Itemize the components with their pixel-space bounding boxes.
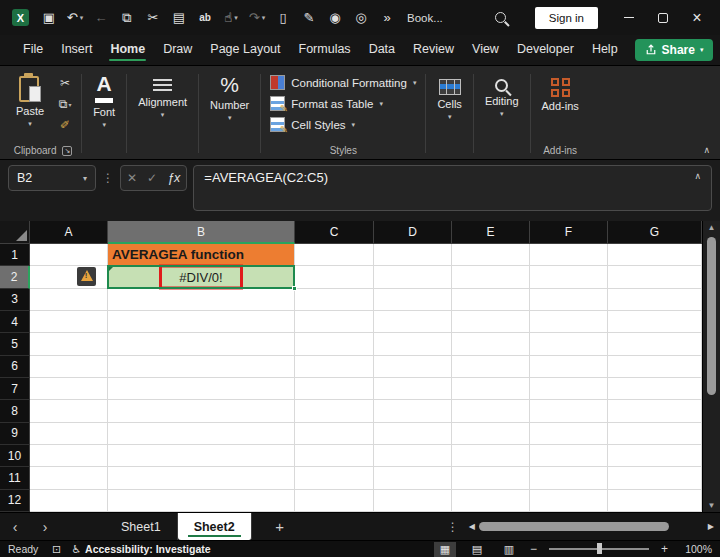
cell-F3[interactable] — [530, 289, 608, 311]
cell-G11[interactable] — [608, 467, 702, 489]
cell-E10[interactable] — [452, 445, 530, 467]
cell-E5[interactable] — [452, 333, 530, 355]
cell-D9[interactable] — [374, 423, 452, 445]
find-replace-icon[interactable]: ab — [193, 6, 217, 30]
conditional-formatting-button[interactable]: Conditional Formatting▾ — [266, 73, 420, 92]
horizontal-scroll-track[interactable] — [479, 521, 704, 533]
tab-view[interactable]: View — [463, 37, 508, 63]
cell-C6[interactable] — [295, 356, 374, 378]
signin-button[interactable]: Sign in — [535, 7, 598, 29]
cell-F4[interactable] — [530, 311, 608, 333]
cell-F12[interactable] — [530, 490, 608, 512]
row-header-4[interactable]: 4 — [0, 311, 30, 333]
row-header-3[interactable]: 3 — [0, 289, 30, 311]
maximize-button[interactable] — [646, 4, 680, 32]
vertical-scrollbar[interactable]: ▲ ▼ — [702, 221, 720, 512]
horizontal-scroll-thumb[interactable] — [479, 522, 669, 531]
cell-D11[interactable] — [374, 467, 452, 489]
row-header-12[interactable]: 12 — [0, 490, 30, 512]
cell-C1[interactable] — [295, 244, 374, 266]
column-header-D[interactable]: D — [374, 221, 452, 244]
tab-data[interactable]: Data — [360, 37, 404, 63]
copy-button[interactable]: ⧉▾ — [54, 95, 76, 113]
cell-A1[interactable] — [30, 244, 108, 266]
cell-A12[interactable] — [30, 490, 108, 512]
clipboard-dialog-launcher[interactable]: ↘ — [62, 146, 72, 156]
cell-D1[interactable] — [374, 244, 452, 266]
name-box[interactable]: B2 ▾ — [8, 165, 96, 191]
row-header-1[interactable]: 1 — [0, 244, 30, 266]
row-header-8[interactable]: 8 — [0, 400, 30, 422]
cell-B12[interactable] — [108, 490, 295, 512]
row-header-2[interactable]: 2 — [0, 266, 30, 288]
redo-icon[interactable]: ↷▾ — [245, 6, 269, 30]
more-commands-icon[interactable]: » — [375, 6, 399, 30]
tab-help[interactable]: Help — [583, 37, 627, 63]
tab-insert[interactable]: Insert — [52, 37, 101, 63]
cell-C8[interactable] — [295, 400, 374, 422]
insert-function-icon[interactable]: ƒx — [167, 171, 180, 185]
accessibility-status[interactable]: ♿ Accessibility: Investigate — [71, 543, 210, 556]
addins-button[interactable]: Add-ins — [536, 70, 585, 114]
tab-developer[interactable]: Developer — [508, 37, 583, 63]
cell-B11[interactable] — [108, 467, 295, 489]
formula-input[interactable]: =AVERAGEA(C2:C5) ∧ — [193, 165, 712, 211]
camera-icon[interactable]: ◉ — [323, 6, 347, 30]
cancel-icon[interactable]: ✕ — [127, 171, 137, 185]
cell-F7[interactable] — [530, 378, 608, 400]
undo-icon[interactable]: ↶▾ — [63, 6, 87, 30]
cell-F2[interactable] — [530, 266, 608, 288]
cell-F6[interactable] — [530, 356, 608, 378]
number-button[interactable]: % Number ▾ — [204, 70, 255, 124]
row-header-6[interactable]: 6 — [0, 356, 30, 378]
cell-styles-button[interactable]: ✎Cell Styles▾ — [266, 115, 420, 134]
collapse-ribbon-icon[interactable]: ∧ — [703, 145, 710, 155]
row-header-10[interactable]: 10 — [0, 445, 30, 467]
cut-icon[interactable]: ✂ — [141, 6, 165, 30]
zoom-out-icon[interactable]: − — [530, 542, 537, 556]
tab-page-layout[interactable]: Page Layout — [201, 37, 289, 63]
touch-mode-icon[interactable]: ☝▾ — [219, 6, 243, 30]
normal-view-icon[interactable]: ▦ — [434, 542, 456, 557]
paste-button[interactable]: Paste ▾ — [10, 70, 50, 130]
cell-E4[interactable] — [452, 311, 530, 333]
cell-C9[interactable] — [295, 423, 374, 445]
cell-A8[interactable] — [30, 400, 108, 422]
select-all-corner[interactable] — [0, 221, 30, 244]
search-icon[interactable] — [489, 6, 513, 30]
zoom-in-icon[interactable]: + — [661, 542, 668, 556]
cell-A11[interactable] — [30, 467, 108, 489]
cell-B7[interactable] — [108, 378, 295, 400]
cell-G9[interactable] — [608, 423, 702, 445]
tab-formulas[interactable]: Formulas — [290, 37, 360, 63]
row-header-9[interactable]: 9 — [0, 423, 30, 445]
cell-D2[interactable] — [374, 266, 452, 288]
cell-A6[interactable] — [30, 356, 108, 378]
column-header-C[interactable]: C — [295, 221, 374, 244]
new-file-icon[interactable]: ▯ — [271, 6, 295, 30]
column-header-A[interactable]: A — [30, 221, 108, 244]
column-header-E[interactable]: E — [452, 221, 530, 244]
cell-A3[interactable] — [30, 289, 108, 311]
cell-C10[interactable] — [295, 445, 374, 467]
share-button[interactable]: Share ▾ — [635, 39, 714, 61]
back-icon[interactable]: ← — [89, 6, 113, 30]
cell-E11[interactable] — [452, 467, 530, 489]
sheet-tab-sheet1[interactable]: Sheet1 — [105, 513, 178, 540]
cell-F5[interactable] — [530, 333, 608, 355]
formula-bar-handle[interactable]: ⋮ — [102, 165, 114, 185]
cell-E12[interactable] — [452, 490, 530, 512]
cell-G5[interactable] — [608, 333, 702, 355]
cell-C3[interactable] — [295, 289, 374, 311]
enter-icon[interactable]: ✓ — [147, 171, 157, 185]
cell-D10[interactable] — [374, 445, 452, 467]
next-sheet-icon[interactable]: › — [30, 513, 60, 540]
scroll-right-icon[interactable]: ▶ — [708, 522, 714, 531]
cell-F1[interactable] — [530, 244, 608, 266]
cell-A9[interactable] — [30, 423, 108, 445]
cell-F9[interactable] — [530, 423, 608, 445]
cell-C5[interactable] — [295, 333, 374, 355]
zoom-slider[interactable] — [549, 548, 649, 550]
cell-D5[interactable] — [374, 333, 452, 355]
column-header-G[interactable]: G — [608, 221, 702, 244]
